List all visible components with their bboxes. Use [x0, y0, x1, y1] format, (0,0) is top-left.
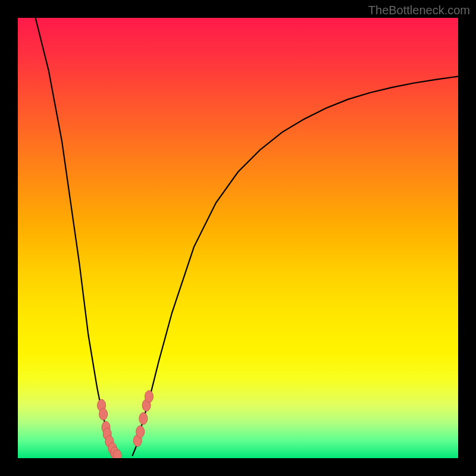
- data-marker: [99, 408, 108, 420]
- right-curve-line: [132, 76, 458, 456]
- data-marker: [139, 412, 148, 424]
- data-marker: [113, 450, 121, 458]
- data-marker: [136, 426, 145, 438]
- right-markers-group: [133, 390, 153, 446]
- watermark-text: TheBottleneck.com: [368, 4, 470, 17]
- left-curve-line: [36, 18, 120, 456]
- chart-svg: [18, 18, 458, 458]
- left-markers-group: [98, 399, 122, 458]
- data-marker: [145, 390, 154, 402]
